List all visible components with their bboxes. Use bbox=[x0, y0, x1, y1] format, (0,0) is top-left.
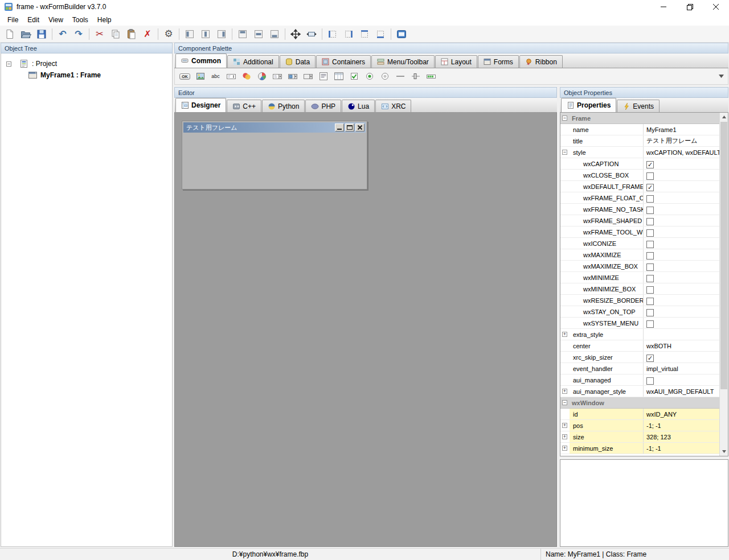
editor-tab-php[interactable]: PHP bbox=[305, 100, 341, 112]
palette-tab-layout[interactable]: Layout bbox=[435, 55, 477, 68]
checkbox-wxstay-on-top[interactable] bbox=[646, 309, 654, 316]
expand-icon[interactable]: + bbox=[562, 423, 567, 428]
property-row-wxframe-no-taskbar[interactable]: wxFRAME_NO_TASKBAR bbox=[560, 204, 719, 215]
property-row-wxminimize-box[interactable]: wxMINIMIZE_BOX bbox=[560, 283, 719, 295]
palette-wxstaticbitmap-tool[interactable] bbox=[239, 69, 254, 84]
checkbox-wxmaximize-box[interactable] bbox=[646, 263, 654, 271]
checkbox-wxresize-border[interactable] bbox=[646, 298, 654, 305]
align-center-horizontal-button[interactable] bbox=[198, 27, 214, 42]
property-row-name[interactable]: nameMyFrame1 bbox=[560, 124, 719, 135]
property-row-wxclose-box[interactable]: wxCLOSE_BOX bbox=[560, 170, 719, 181]
align-bottom-button[interactable] bbox=[267, 27, 282, 42]
checkbox-wxmaximize[interactable] bbox=[646, 252, 654, 260]
minimize-button[interactable] bbox=[650, 0, 677, 14]
stretch-button[interactable] bbox=[304, 27, 320, 42]
maximize-restore-button[interactable] bbox=[677, 0, 703, 14]
cut-button[interactable]: ✂ bbox=[92, 27, 108, 42]
property-row-event-handler[interactable]: event_handlerimpl_virtual bbox=[560, 363, 719, 374]
property-row-wxresize-border[interactable]: wxRESIZE_BORDER bbox=[560, 295, 719, 306]
property-row-xrc-skip-sizer[interactable]: xrc_skip_sizer✓ bbox=[560, 352, 719, 363]
expand-icon[interactable]: + bbox=[562, 434, 567, 439]
property-row-size[interactable]: +size328; 123 bbox=[560, 431, 719, 443]
menu-edit[interactable]: Edit bbox=[23, 15, 44, 25]
checkbox-wxsystem-menu[interactable] bbox=[646, 320, 654, 328]
property-row-title[interactable]: titleテスト用フレーム bbox=[560, 135, 719, 147]
palette-wxanimationctrl-tool[interactable] bbox=[254, 69, 269, 84]
property-row-id[interactable]: idwxID_ANY bbox=[560, 409, 719, 420]
palette-wxradiobutton-tool[interactable] bbox=[362, 69, 377, 84]
save-project-button[interactable] bbox=[34, 27, 50, 42]
palette-tab-ribbon[interactable]: Ribbon bbox=[519, 55, 563, 68]
checkbox-xrc-skip-sizer[interactable]: ✓ bbox=[646, 355, 654, 362]
redo-button[interactable]: ↷ bbox=[71, 27, 87, 42]
delete-button[interactable]: ✗ bbox=[140, 27, 155, 42]
palette-wxcheckbox-tool[interactable] bbox=[346, 69, 362, 84]
palette-wxtogglebutton-tool[interactable] bbox=[377, 69, 392, 84]
align-top-button[interactable] bbox=[235, 27, 251, 42]
scroll-up-arrow-icon[interactable] bbox=[720, 113, 728, 121]
border-right-button[interactable] bbox=[341, 27, 357, 42]
checkbox-wxframe-float-on-parent[interactable] bbox=[646, 195, 654, 203]
scroll-down-arrow-icon[interactable] bbox=[720, 447, 728, 456]
tree-item-myframe1-frame[interactable]: MyFrame1 : Frame bbox=[1, 69, 172, 81]
property-grid-scrollbar[interactable] bbox=[719, 113, 728, 456]
property-row-wxmaximize[interactable]: wxMAXIMIZE bbox=[560, 249, 719, 261]
editor-tab-c[interactable]: C++ bbox=[227, 100, 261, 112]
property-row-wxminimize[interactable]: wxMINIMIZE bbox=[560, 272, 719, 283]
checkbox-wxdefault-frame-style[interactable]: ✓ bbox=[646, 184, 654, 191]
undo-button[interactable]: ↶ bbox=[55, 27, 71, 42]
editor-tab-lua[interactable]: Lua bbox=[342, 100, 375, 112]
generate-code-button[interactable]: ⚙ bbox=[161, 27, 177, 42]
properties-tab-events[interactable]: Events bbox=[617, 100, 660, 112]
checkbox-wxclose-box[interactable] bbox=[646, 172, 654, 180]
property-row-minimum-size[interactable]: +minimum_size-1; -1 bbox=[560, 443, 719, 454]
collapse-icon[interactable]: − bbox=[562, 150, 567, 155]
checkbox-wxframe-tool-window[interactable] bbox=[646, 229, 654, 237]
palette-wxstaticline-tool[interactable] bbox=[392, 69, 408, 84]
property-row-style[interactable]: −stylewxCAPTION, wxDEFAULT_FRAME_STYLE bbox=[560, 147, 719, 158]
property-row-pos[interactable]: +pos-1; -1 bbox=[560, 420, 719, 431]
designer-canvas[interactable]: テスト用フレーム bbox=[174, 113, 557, 547]
scrollbar-thumb[interactable] bbox=[720, 122, 727, 389]
align-right-button[interactable] bbox=[214, 27, 230, 42]
menu-tools[interactable]: Tools bbox=[68, 15, 93, 25]
checkbox-wxminimize[interactable] bbox=[646, 275, 654, 282]
property-row-wxstay-on-top[interactable]: wxSTAY_ON_TOP bbox=[560, 306, 719, 318]
property-category-wxwindow[interactable]: −wxWindow bbox=[560, 397, 719, 409]
palette-wxcombobox-tool[interactable] bbox=[269, 69, 285, 84]
property-category-frame[interactable]: −Frame bbox=[560, 113, 719, 124]
palette-wxbutton-tool[interactable]: OK bbox=[177, 69, 193, 84]
palette-tab-menu-toolbar[interactable]: Menu/Toolbar bbox=[371, 55, 435, 68]
expand-icon[interactable]: + bbox=[562, 446, 567, 451]
menu-help[interactable]: Help bbox=[93, 15, 116, 25]
property-row-wxdefault-frame-style[interactable]: wxDEFAULT_FRAME_STYLE✓ bbox=[560, 181, 719, 192]
align-center-vertical-button[interactable] bbox=[251, 27, 267, 42]
editor-tab-xrc[interactable]: XRC bbox=[375, 100, 411, 112]
expand-icon[interactable]: + bbox=[562, 332, 567, 337]
property-row-extra-style[interactable]: +extra_style bbox=[560, 329, 719, 340]
property-row-aui-managed[interactable]: aui_managed bbox=[560, 374, 719, 386]
palette-wxslider-tool[interactable] bbox=[408, 69, 423, 84]
property-row-wxcaption[interactable]: wxCAPTION✓ bbox=[560, 158, 719, 170]
checkbox-wxframe-no-taskbar[interactable] bbox=[646, 207, 654, 214]
border-top-button[interactable] bbox=[357, 27, 372, 42]
expand-button[interactable] bbox=[288, 27, 304, 42]
palette-tab-data[interactable]: Data bbox=[280, 55, 316, 68]
checkbox-wxminimize-box[interactable] bbox=[646, 286, 654, 294]
palette-tab-forms[interactable]: Forms bbox=[478, 55, 519, 68]
palette-tab-additional[interactable]: Additional bbox=[227, 55, 279, 68]
palette-wxstatictext-tool[interactable]: abc bbox=[208, 69, 223, 84]
checkbox-wxcaption[interactable]: ✓ bbox=[646, 161, 654, 168]
frame-preview[interactable]: テスト用フレーム bbox=[182, 121, 367, 190]
palette-tab-containers[interactable]: Containers bbox=[316, 55, 371, 68]
property-row-wxframe-float-on-parent[interactable]: wxFRAME_FLOAT_ON_PARENT bbox=[560, 192, 719, 204]
close-button[interactable] bbox=[703, 0, 729, 14]
checkbox-aui-managed[interactable] bbox=[646, 377, 654, 385]
align-left-button[interactable] bbox=[182, 27, 198, 42]
palette-wxchoice-tool[interactable] bbox=[300, 69, 316, 84]
property-row-center[interactable]: centerwxBOTH bbox=[560, 340, 719, 352]
editor-tab-python[interactable]: Python bbox=[262, 100, 305, 112]
paste-button[interactable] bbox=[124, 27, 140, 42]
checkbox-wxframe-shaped[interactable] bbox=[646, 218, 654, 225]
property-row-wxframe-shaped[interactable]: wxFRAME_SHAPED bbox=[560, 215, 719, 227]
